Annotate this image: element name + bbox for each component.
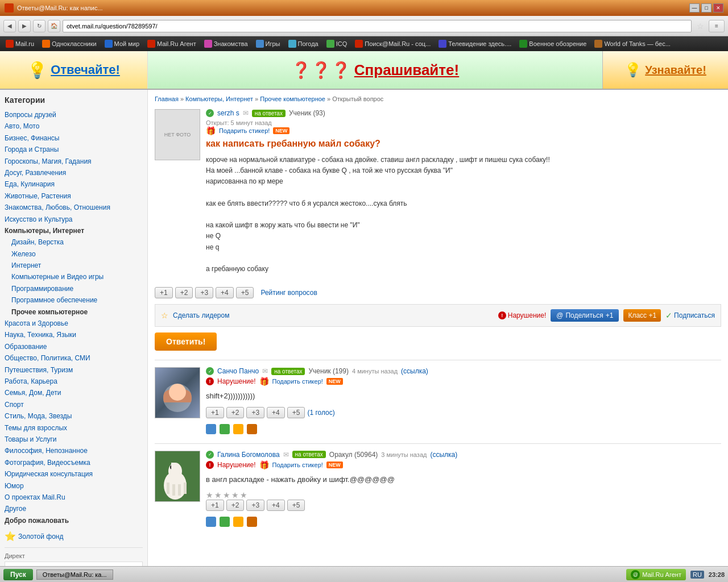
breadcrumb-other-computer[interactable]: Прочее компьютерное — [260, 95, 325, 102]
bookmark-military[interactable]: Военное обозрение — [516, 39, 590, 49]
answer-2-permalink[interactable]: (ссылка) — [430, 451, 457, 459]
make-leader-link[interactable]: Сделать лидером — [173, 311, 229, 319]
odnoklassniki-button[interactable]: Класс +1 — [623, 309, 661, 322]
sidebar-item-about[interactable]: О проектах Mail.Ru — [5, 492, 143, 503]
sidebar-item-adults[interactable]: Темы для взрослых — [5, 422, 143, 434]
sidebar-item-style[interactable]: Стиль, Мода, Звезды — [5, 410, 143, 422]
header-left-logo[interactable]: Отвечайте! — [51, 63, 120, 77]
minimize-button[interactable]: — — [689, 3, 700, 13]
golden-fund-link[interactable]: ⭐ Золотой фонд — [5, 531, 143, 542]
answer-1-votes-count[interactable]: (1 голос) — [307, 409, 334, 417]
bookmark-agent[interactable]: Mail.Ru Агент — [144, 39, 200, 49]
bookmark-icq[interactable]: ICQ — [323, 39, 351, 49]
sidebar-item-horoscope[interactable]: Гороскопы, Магия, Гадания — [5, 156, 143, 167]
sidebar-item-sport[interactable]: Спорт — [5, 399, 143, 410]
breadcrumb-home[interactable]: Главная — [155, 95, 179, 102]
sidebar-item-software[interactable]: Программное обеспечение — [5, 294, 143, 306]
sidebar-item-leisure[interactable]: Досуг, Развлечения — [5, 167, 143, 178]
sidebar-item-humor[interactable]: Юмор — [5, 480, 143, 492]
answer-1-vote-5[interactable]: +5 — [287, 407, 305, 418]
bookmark-weather[interactable]: Погода — [285, 39, 322, 49]
breadcrumb-computers[interactable]: Компьютеры, Интернет — [185, 95, 253, 102]
answer-1-vote-1[interactable]: +1 — [206, 407, 224, 418]
bookmark-moimir[interactable]: Мой мир — [101, 39, 143, 49]
sidebar-item-games[interactable]: Компьютерные и Видео игры — [5, 271, 143, 282]
back-button[interactable]: ◀ — [3, 20, 16, 32]
share-button[interactable]: @ Поделиться +1 — [551, 309, 619, 322]
sidebar-item-food[interactable]: Еда, Кулинария — [5, 178, 143, 190]
sidebar-item-programming[interactable]: Программирование — [5, 283, 143, 294]
question-gift-link[interactable]: Подарить стикер! — [219, 127, 270, 134]
sidebar-item-photo[interactable]: Фотография, Видеосъемка — [5, 457, 143, 468]
bookmark-mailru[interactable]: Mail.ru — [2, 39, 38, 49]
sidebar-item-other-computer[interactable]: Прочее компьютерное — [5, 306, 143, 318]
sidebar-item-society[interactable]: Общество, Политика, СМИ — [5, 352, 143, 364]
answer-1-permalink[interactable]: (ссылка) — [401, 367, 428, 375]
answer-1-vote-4[interactable]: +4 — [267, 407, 285, 418]
answer-2-violation-link[interactable]: Нарушение! — [217, 461, 256, 469]
vote-btn-5[interactable]: +5 — [236, 287, 254, 298]
bookmark-games[interactable]: Игры — [253, 39, 284, 49]
answer-1-vote-3[interactable]: +3 — [246, 407, 264, 418]
answer-2-vote-4[interactable]: +4 — [267, 500, 285, 511]
sidebar-item-animals[interactable]: Животные, Растения — [5, 190, 143, 202]
sidebar-item-travel[interactable]: Путешествия, Туризм — [5, 364, 143, 376]
vote-btn-4[interactable]: +4 — [216, 287, 234, 298]
taskbar-item-browser[interactable]: Ответы@Mail.Ru: ка... — [36, 569, 113, 580]
sidebar-item-education[interactable]: Образование — [5, 341, 143, 352]
sidebar-item-goods[interactable]: Товары и Услуги — [5, 434, 143, 445]
answer-button[interactable]: Ответить! — [155, 332, 217, 351]
sidebar-item-beauty[interactable]: Красота и Здоровье — [5, 318, 143, 329]
answer-2-username[interactable]: Галина Богомолова — [217, 451, 280, 459]
address-bar[interactable] — [63, 20, 692, 32]
answer-1-violation-link[interactable]: Нарушение! — [217, 377, 256, 385]
answer-2-vote-1[interactable]: +1 — [206, 500, 224, 511]
start-button[interactable]: Пуск — [3, 569, 33, 580]
vote-btn-1[interactable]: +1 — [155, 287, 173, 298]
sidebar-item-welcome[interactable]: Добро пожаловать — [5, 515, 143, 526]
sidebar-item-design[interactable]: Дизайн, Верстка — [5, 236, 143, 248]
header-right-logo[interactable]: Узнавайте! — [645, 64, 706, 77]
bookmark-dating[interactable]: Знакомства — [201, 39, 251, 49]
mailru-agent-status[interactable]: @ Mail.Ru Агент — [626, 569, 686, 580]
sidebar-item-internet[interactable]: Интернет — [5, 260, 143, 271]
sidebar-item-computers[interactable]: Компьютеры, Интернет — [5, 225, 143, 236]
maximize-button[interactable]: □ — [701, 3, 712, 13]
bookmark-star[interactable]: ☆ — [694, 20, 706, 32]
close-button[interactable]: ✕ — [713, 3, 723, 13]
answer-1-vote-2[interactable]: +2 — [226, 407, 245, 418]
answer-2-gift-link[interactable]: Подарить стикер! — [272, 462, 323, 468]
sidebar-item-auto[interactable]: Авто, Мото — [5, 120, 143, 132]
bookmark-tv[interactable]: Телевидение здесь.... — [435, 39, 515, 49]
answer-1-gift-link[interactable]: Подарить стикер! — [272, 378, 323, 385]
bookmark-wot[interactable]: World of Tanks — бес... — [591, 39, 673, 49]
vote-btn-3[interactable]: +3 — [195, 287, 213, 298]
home-button[interactable]: 🏠 — [48, 20, 60, 32]
sidebar-item-business[interactable]: Бизнес, Финансы — [5, 132, 143, 144]
sidebar-item-work[interactable]: Работа, Карьера — [5, 376, 143, 387]
sidebar-item-art[interactable]: Искусство и Культура — [5, 214, 143, 225]
answer-2-vote-5[interactable]: +5 — [287, 500, 305, 511]
answer-2-vote-3[interactable]: +3 — [246, 500, 264, 511]
header-center-logo[interactable]: Спрашивайте! — [354, 61, 459, 79]
forward-button[interactable]: ▶ — [18, 20, 31, 32]
menu-button[interactable]: ≡ — [709, 20, 725, 32]
rating-link[interactable]: Рейтинг вопросов — [260, 289, 317, 297]
sidebar-item-other[interactable]: Другое — [5, 503, 143, 514]
sidebar-item-family[interactable]: Семья, Дом, Дети — [5, 387, 143, 398]
sidebar-item-legal[interactable]: Юридическая консультация — [5, 468, 143, 480]
subscribe-link[interactable]: ✓ Подписаться — [665, 311, 715, 320]
question-username[interactable]: serzh s — [217, 109, 239, 117]
sidebar-item-friends[interactable]: Вопросы друзей — [5, 109, 143, 120]
sidebar-item-hardware[interactable]: Железо — [5, 248, 143, 260]
reload-button[interactable]: ↻ — [33, 20, 46, 32]
violation-link[interactable]: ! Нарушение! — [498, 311, 547, 319]
sidebar-item-philosophy[interactable]: Философия, Непознанное — [5, 445, 143, 456]
vote-btn-2[interactable]: +2 — [175, 287, 193, 298]
sidebar-item-relationships[interactable]: Знакомства, Любовь, Отношения — [5, 202, 143, 213]
sidebar-item-cities[interactable]: Города и Страны — [5, 144, 143, 155]
bookmark-search[interactable]: Поиск@Mail.Ru - соц... — [351, 39, 434, 49]
sidebar-item-science[interactable]: Наука, Техника, Языки — [5, 329, 143, 340]
bookmark-ok[interactable]: Одноклассники — [39, 39, 100, 49]
answer-2-vote-2[interactable]: +2 — [226, 500, 245, 511]
